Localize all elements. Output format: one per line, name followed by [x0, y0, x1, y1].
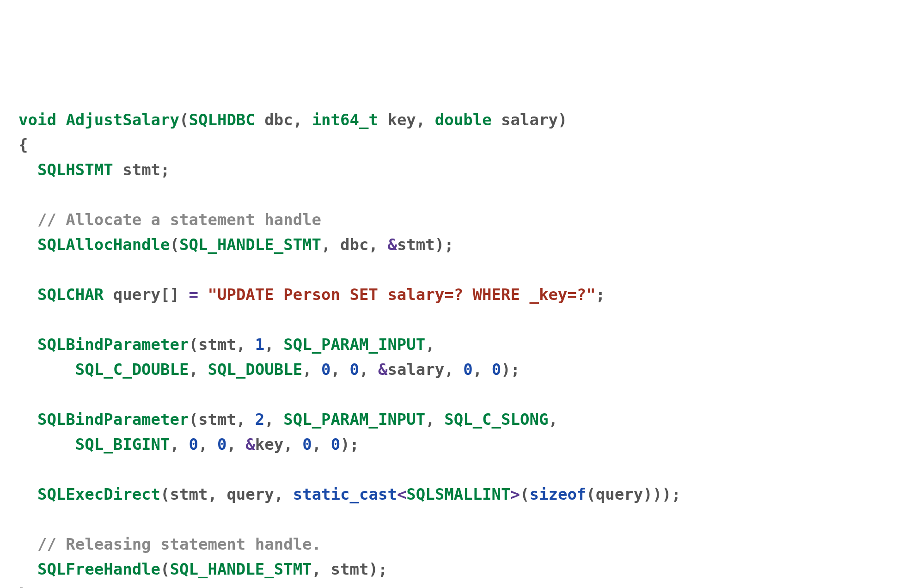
- function-name: AdjustSalary: [66, 110, 179, 129]
- keyword-void: void: [18, 110, 56, 129]
- type-int64: int64_t: [312, 110, 378, 129]
- code-block: void AdjustSalary(SQLHDBC dbc, int64_t k…: [18, 110, 681, 588]
- type-sqlhstmt: SQLHSTMT: [37, 160, 113, 179]
- line-1: void AdjustSalary(SQLHDBC dbc, int64_t k…: [18, 110, 567, 129]
- fn-sqlfree: SQLFreeHandle: [37, 560, 160, 578]
- line-12: }: [18, 585, 28, 588]
- line-8a: SQLBindParameter(stmt, 2, SQL_PARAM_INPU…: [18, 410, 558, 429]
- fn-sqlalloc: SQLAllocHandle: [37, 235, 170, 254]
- fn-sqlbind: SQLBindParameter: [37, 335, 189, 354]
- fn-sqlbind: SQLBindParameter: [37, 410, 189, 429]
- type-sqlhdbc: SQLHDBC: [189, 110, 255, 129]
- brace-open: {: [18, 135, 28, 154]
- comment: // Allocate a statement handle: [37, 210, 321, 229]
- line-7a: SQLBindParameter(stmt, 1, SQL_PARAM_INPU…: [18, 335, 435, 354]
- line-4: // Allocate a statement handle: [18, 210, 321, 229]
- line-8b: SQL_BIGINT, 0, 0, &key, 0, 0);: [18, 435, 359, 453]
- comment: // Releasing statement handle.: [37, 535, 321, 553]
- fn-sqlexec: SQLExecDirect: [37, 485, 160, 503]
- line-6: SQLCHAR query[] = "UPDATE Person SET sal…: [18, 285, 605, 304]
- ampersand-icon: &: [387, 235, 397, 254]
- line-2: {: [18, 135, 28, 154]
- line-11: SQLFreeHandle(SQL_HANDLE_STMT, stmt);: [18, 560, 387, 578]
- line-10: // Releasing statement handle.: [18, 535, 321, 553]
- keyword-static-cast: static_cast: [293, 485, 397, 503]
- type-sqlchar: SQLCHAR: [37, 285, 104, 304]
- type-double: double: [435, 110, 492, 129]
- string-literal: "UPDATE Person SET salary=? WHERE _key=?…: [208, 285, 595, 304]
- brace-close: }: [18, 585, 28, 588]
- line-9: SQLExecDirect(stmt, query, static_cast<S…: [18, 485, 681, 503]
- keyword-sizeof: sizeof: [530, 485, 587, 503]
- ampersand-icon: &: [245, 435, 255, 453]
- ampersand-icon: &: [378, 360, 387, 379]
- line-5: SQLAllocHandle(SQL_HANDLE_STMT, dbc, &st…: [18, 235, 454, 254]
- line-3: SQLHSTMT stmt;: [18, 160, 170, 179]
- line-7b: SQL_C_DOUBLE, SQL_DOUBLE, 0, 0, &salary,…: [18, 360, 520, 379]
